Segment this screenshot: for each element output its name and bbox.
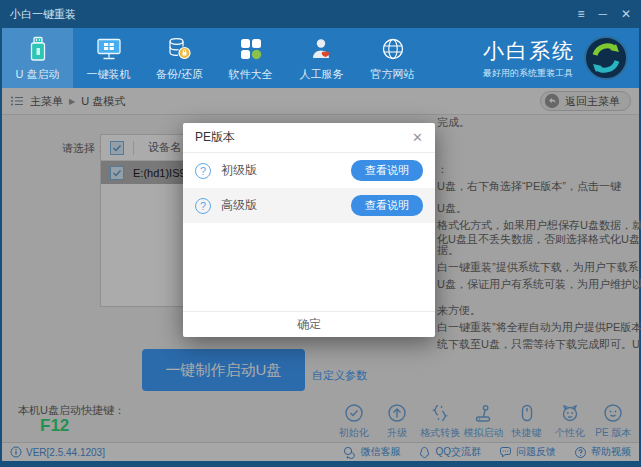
help-text-line: U盘。 <box>437 201 467 216</box>
personalize-icon <box>559 402 581 424</box>
feedback-link[interactable]: 问题反馈 <box>499 445 556 459</box>
minimize-button[interactable]: ─ <box>598 8 607 20</box>
help-text-line: 完成。 <box>437 115 470 130</box>
dialog-title: PE版本 <box>195 129 235 146</box>
upgrade-arrow-icon <box>386 402 408 424</box>
device-name-column-header: 设备名 <box>148 140 181 155</box>
help-text-line: 白一键重装”将全程自动为用户提供PE版本 <box>437 320 641 335</box>
list-icon <box>10 94 24 108</box>
menu-button[interactable]: ≡ <box>577 8 584 20</box>
pe-version-dialog: PE版本 ✕ ? 初级版 查看说明 ? 高级版 查看说明 确定 <box>183 123 435 337</box>
help-text-line: 统下载至U盘，只需等待下载完成即可。U <box>437 337 640 352</box>
column-divider <box>133 141 134 155</box>
nav-item-backup[interactable]: 备份/还原 <box>144 28 215 88</box>
status-link-label: 问题反馈 <box>516 445 556 459</box>
nav-item-usb-boot[interactable]: U 盘启动 <box>2 28 73 88</box>
back-button-label: 返回主菜单 <box>565 94 620 109</box>
tool-label: 个性化 <box>555 426 585 440</box>
info-icon <box>10 446 22 458</box>
nav-item-software[interactable]: 软件大全 <box>215 28 286 88</box>
brand-block: 小白系统 最好用的系统重装工具 <box>483 28 639 88</box>
view-description-button[interactable]: 查看说明 <box>351 160 423 181</box>
pe-option-label: 初级版 <box>221 162 257 179</box>
breadcrumb-current: U 盘模式 <box>81 94 125 109</box>
tool-label: 快捷键 <box>512 426 542 440</box>
help-text-line: ： <box>437 162 448 177</box>
tool-label: 升级 <box>387 426 407 440</box>
custom-params-link[interactable]: 自定义参数 <box>312 368 367 383</box>
make-boot-usb-button[interactable]: 一键制作启动U盘 <box>142 349 305 391</box>
tool-simulate-boot[interactable]: 模拟启动 <box>462 402 505 440</box>
help-text-line: 白一键重装”提供系统下载，为用户下载系 <box>437 260 639 275</box>
return-main-menu-button[interactable]: 返回主菜单 <box>540 91 631 111</box>
tool-label: 格式转换 <box>420 426 460 440</box>
nav-item-label: 备份/还原 <box>156 67 203 82</box>
brand-tagline: 最好用的系统重装工具 <box>483 67 575 80</box>
nav-bar: U 盘启动 一键装机 备份/还原 软件大全 人工服务 <box>2 28 639 88</box>
help-text-line: U盘，右下角选择“PE版本”，点击一键 <box>437 179 621 194</box>
version-label: VER[2.5.44.1203] <box>26 447 105 458</box>
device-row-checkbox[interactable] <box>110 166 124 180</box>
backup-restore-icon <box>167 35 193 63</box>
breadcrumb-separator: ▶ <box>69 97 75 106</box>
boot-hotkey-value: F12 <box>40 416 69 436</box>
software-grid-icon <box>238 35 264 63</box>
tool-format-convert[interactable]: 格式转换 <box>419 402 462 440</box>
app-window: 小白一键重装 ≡ ─ ✕ U 盘启动 一键装机 备份/还原 <box>0 0 641 467</box>
nav-item-label: 一键装机 <box>87 67 131 82</box>
joystick-icon <box>472 402 494 424</box>
globe-icon <box>380 35 406 63</box>
usb-drive-icon <box>26 35 50 63</box>
pe-option-row: ? 初级版 查看说明 <box>183 153 435 188</box>
help-text-line: 来方便。 <box>437 303 481 318</box>
dialog-header: PE版本 ✕ <box>183 123 435 153</box>
help-text-line: U盘，保证用户有系统可装，为用户维护以 <box>437 277 641 292</box>
check-circle-icon <box>343 402 365 424</box>
back-arrow-icon <box>544 93 560 109</box>
help-text-line: 格式化方式，如果用户想保存U盘数据，就 <box>437 218 641 233</box>
breadcrumb: 主菜单 ▶ U 盘模式 返回主菜单 <box>2 88 639 115</box>
brand-name: 小白系统 <box>483 37 575 65</box>
nav-item-label: 人工服务 <box>300 67 344 82</box>
nav-item-website[interactable]: 官方网站 <box>357 28 428 88</box>
confirm-button[interactable]: 确定 <box>183 311 435 337</box>
select-all-checkbox[interactable] <box>110 141 124 155</box>
status-link-label: 帮助视频 <box>591 445 631 459</box>
nav-item-label: 官方网站 <box>371 67 415 82</box>
status-link-label: QQ交流群 <box>435 445 481 459</box>
help-video-link[interactable]: 帮助视频 <box>574 445 631 459</box>
support-person-icon <box>309 35 335 63</box>
pe-option-row: ? 高级版 查看说明 <box>183 188 435 223</box>
wechat-support-link[interactable]: 微信客服 <box>343 445 400 459</box>
breadcrumb-root[interactable]: 主菜单 <box>30 94 63 109</box>
help-circle-icon <box>574 446 587 459</box>
pe-option-label: 高级版 <box>221 197 257 214</box>
title-bar: 小白一键重装 ≡ ─ ✕ <box>2 0 639 28</box>
tool-initialize[interactable]: 初始化 <box>332 402 375 440</box>
tool-bar: 初始化 升级 格式转换 模拟启动 快捷键 个性化 <box>332 402 635 440</box>
pe-version-icon <box>602 402 624 424</box>
qq-group-link[interactable]: QQ交流群 <box>418 445 481 459</box>
tool-pe-version[interactable]: PE 版本 <box>592 402 635 440</box>
nav-item-install[interactable]: 一键装机 <box>73 28 144 88</box>
brand-logo-icon <box>583 35 629 81</box>
format-convert-icon <box>429 402 451 424</box>
feedback-bubble-icon <box>499 446 512 459</box>
nav-item-label: 软件大全 <box>229 67 273 82</box>
tool-label: PE 版本 <box>595 426 631 440</box>
status-link-label: 微信客服 <box>360 445 400 459</box>
tool-label: 模拟启动 <box>463 426 503 440</box>
window-title: 小白一键重装 <box>10 7 577 22</box>
status-bar: VER[2.5.44.1203] 微信客服 QQ交流群 问题反馈 帮助视频 <box>2 442 639 461</box>
close-button[interactable]: ✕ <box>621 8 631 20</box>
boot-hotkey-label: 本机U盘启动快捷键： <box>18 403 125 418</box>
dialog-close-icon[interactable]: ✕ <box>412 130 423 145</box>
tool-label: 初始化 <box>339 426 369 440</box>
view-description-button[interactable]: 查看说明 <box>351 195 423 216</box>
monitor-icon <box>96 35 122 63</box>
nav-item-support[interactable]: 人工服务 <box>286 28 357 88</box>
tool-personalize[interactable]: 个性化 <box>548 402 591 440</box>
tool-upgrade[interactable]: 升级 <box>375 402 418 440</box>
tool-hotkey[interactable]: 快捷键 <box>505 402 548 440</box>
wechat-icon <box>343 446 356 459</box>
